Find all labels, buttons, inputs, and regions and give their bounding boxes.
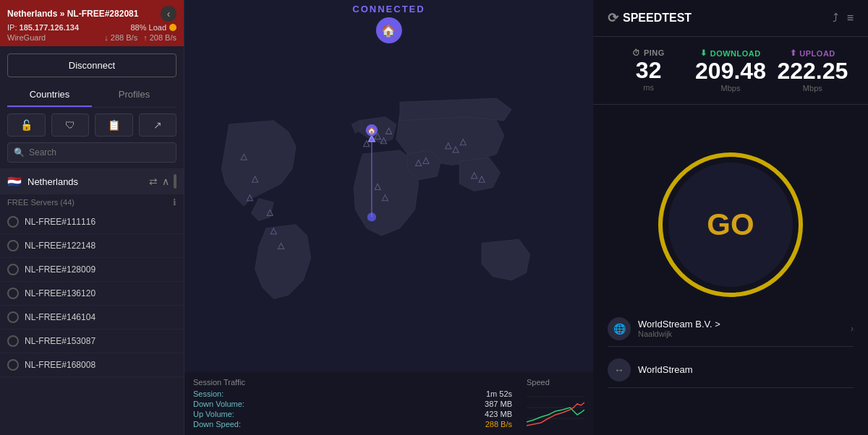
home-icon: 🏠 — [376, 17, 402, 43]
speed-text: ↓ 288 B/s ↑ 208 B/s — [104, 33, 176, 42]
traffic-info: Session Traffic Session: 1m 52s Down Vol… — [193, 378, 512, 432]
provider-name-0: WorldStream B.V. > — [638, 319, 843, 330]
server-status-circle — [7, 240, 19, 251]
server-status-circle — [7, 311, 19, 323]
filter-shield-button[interactable]: 🛡 — [51, 113, 90, 137]
server-item[interactable]: NL-FREE#153087 — [0, 330, 184, 353]
load-circle — [169, 24, 176, 31]
refresh-button[interactable]: ⇄ — [149, 176, 158, 187]
upload-value: 222.25 — [777, 59, 848, 82]
down-volume-row: Down Volume: 387 MB — [193, 400, 512, 408]
up-volume-value: 423 MB — [485, 410, 512, 418]
server-name-item: NL-FREE#146104 — [25, 312, 95, 322]
filter-arrow-button[interactable]: ↗ — [139, 113, 177, 137]
search-icon: 🔍 — [14, 147, 25, 158]
down-volume-value: 387 MB — [485, 400, 512, 408]
down-speed-row: Down Speed: 288 B/s — [193, 420, 512, 428]
sidebar: Netherlands » NL-FREE#282081 ‹ IP: 185.1… — [0, 0, 184, 435]
ping-value: 32 — [636, 59, 662, 82]
disconnect-button[interactable]: Disconnect — [7, 53, 176, 77]
right-panel: ⟳ SPEEDTEST ⤴ ≡ ⏱ PING 32 ms ⬇ DOWNLOAD … — [593, 0, 868, 435]
server-item[interactable]: NL-FREE#168008 — [0, 353, 184, 377]
free-servers-text: FREE Servers (44) — [7, 198, 75, 207]
search-input[interactable] — [29, 147, 170, 158]
tab-profiles[interactable]: Profiles — [92, 83, 176, 107]
mini-chart — [527, 389, 584, 432]
tab-countries[interactable]: Countries — [7, 83, 92, 107]
server-status-circle — [7, 216, 19, 228]
go-button[interactable]: GO — [658, 152, 803, 297]
up-volume-label: Up Volume: — [193, 410, 234, 418]
server-list[interactable]: 🇳🇱 Netherlands ⇄ ∧ FREE Servers (44) ℹ N… — [0, 168, 184, 435]
filter-icons: 🔓 🛡 📋 ↗ — [0, 108, 184, 142]
metrics-row: ⏱ PING 32 ms ⬇ DOWNLOAD 209.48 Mbps ⬆ UP… — [593, 37, 868, 105]
server-name-item: NL-FREE#136120 — [25, 288, 95, 298]
server-item[interactable]: NL-FREE#146104 — [0, 306, 184, 330]
speedtest-logo-icon: ⟳ — [608, 10, 618, 26]
provider-item-1[interactable]: ↔ WorldStream — [608, 353, 854, 388]
load-text: 88% Load — [130, 23, 176, 32]
chart-title: Speed — [527, 378, 584, 387]
server-item[interactable]: NL-FREE#122148 — [0, 234, 184, 258]
ping-unit: ms — [643, 83, 654, 92]
download-value: 209.48 — [695, 59, 766, 82]
session-traffic: Session Traffic Session: 1m 52s Down Vol… — [184, 372, 593, 435]
server-item[interactable]: NL-FREE#136120 — [0, 282, 184, 306]
ping-icon: ⏱ — [632, 48, 641, 57]
sidebar-header: Netherlands » NL-FREE#282081 ‹ IP: 185.1… — [0, 0, 184, 46]
country-flag: 🇳🇱 — [7, 175, 22, 189]
download-icon: ⬇ — [700, 48, 707, 58]
down-volume-label: Down Volume: — [193, 400, 244, 408]
share-button[interactable]: ⤴ — [833, 12, 838, 25]
session-row: Session: 1m 52s — [193, 389, 512, 398]
server-name: Netherlands » NL-FREE#282081 — [7, 9, 138, 19]
upload-unit: Mbps — [803, 84, 822, 92]
svg-text:🏠: 🏠 — [367, 126, 376, 135]
upload-icon: ⬆ — [790, 48, 797, 58]
session-value: 1m 52s — [486, 389, 512, 398]
provider-section: 🌐 WorldStream B.V. > Naaldwijk › ↔ World… — [608, 311, 854, 388]
ping-label: ⏱ PING — [632, 48, 664, 57]
server-status-circle — [7, 288, 19, 299]
filter-grid-button[interactable]: 📋 — [95, 113, 133, 137]
ping-metric: ⏱ PING 32 ms — [608, 48, 689, 92]
provider-name-1: WorldStream — [638, 364, 854, 375]
free-servers-label: FREE Servers (44) ℹ — [0, 194, 184, 210]
traffic-title: Session Traffic — [193, 378, 512, 387]
server-status-circle — [7, 359, 19, 371]
server-status-circle — [7, 264, 19, 275]
header-actions: ⤴ ≡ — [833, 12, 854, 25]
server-item[interactable]: NL-FREE#111116 — [0, 210, 184, 234]
upload-label: ⬆ UPLOAD — [790, 48, 835, 58]
speedtest-main: GO 🌐 WorldStream B.V. > Naaldwijk › ↔ Wo… — [593, 105, 868, 435]
collapse-button[interactable]: ∧ — [162, 176, 169, 187]
speedtest-header: ⟳ SPEEDTEST ⤴ ≡ — [593, 0, 868, 37]
server-name-item: NL-FREE#153087 — [25, 336, 95, 346]
info-icon[interactable]: ℹ — [173, 197, 176, 207]
tabs: Countries Profiles — [7, 83, 176, 108]
up-volume-row: Up Volume: 423 MB — [193, 410, 512, 418]
server-status-circle — [7, 335, 19, 347]
provider-sub-0: Naaldwijk — [638, 330, 843, 338]
provider-globe-icon: 🌐 — [608, 317, 631, 340]
chart-svg — [527, 389, 584, 429]
filter-lock-button[interactable]: 🔓 — [7, 113, 46, 137]
country-name: Netherlands — [27, 176, 143, 187]
provider-item-0[interactable]: 🌐 WorldStream B.V. > Naaldwijk › — [608, 311, 854, 347]
server-name-item: NL-FREE#168008 — [25, 360, 95, 370]
session-label: Session: — [193, 389, 224, 398]
upload-metric: ⬆ UPLOAD 222.25 Mbps — [772, 48, 854, 92]
server-item[interactable]: NL-FREE#128009 — [0, 258, 184, 282]
nav-arrow-button[interactable]: ‹ — [161, 6, 176, 22]
chevron-right-icon: › — [851, 324, 854, 334]
country-header: 🇳🇱 Netherlands ⇄ ∧ — [0, 168, 184, 194]
server-name-item: NL-FREE#122148 — [25, 241, 95, 251]
down-speed-label: Down Speed: — [193, 420, 241, 428]
menu-button[interactable]: ≡ — [847, 12, 854, 25]
connected-label: CONNECTED — [352, 4, 425, 14]
server-name-item: NL-FREE#111116 — [25, 217, 95, 227]
down-speed-value: 288 B/s — [485, 420, 512, 428]
server-name-item: NL-FREE#128009 — [25, 264, 95, 275]
download-label: ⬇ DOWNLOAD — [700, 48, 761, 58]
world-map: 🏠 — [184, 43, 593, 413]
